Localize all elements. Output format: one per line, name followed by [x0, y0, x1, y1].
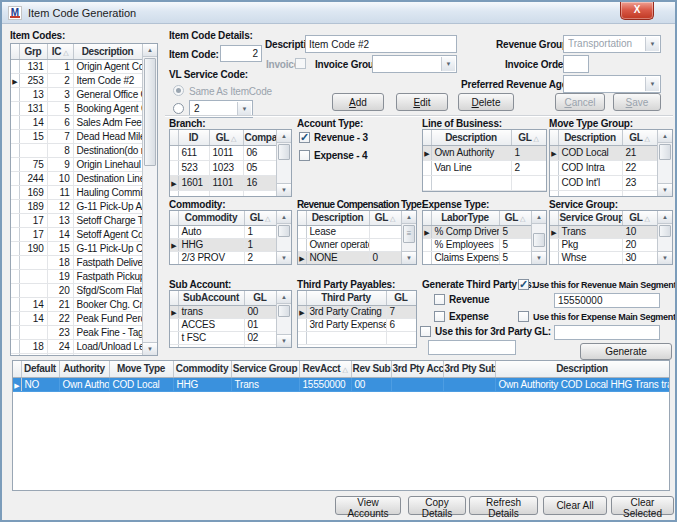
item-codes-grid[interactable]: GrpIC△Description1311Origin Agent Com▶25… [10, 43, 158, 356]
chevron-down-icon[interactable]: ▼ [237, 102, 251, 116]
scrollbar-thumb[interactable] [278, 144, 290, 160]
table-row[interactable]: Claims Expense5 [423, 251, 531, 264]
scroll-down-icon[interactable]: ▼ [658, 183, 672, 196]
column-header[interactable]: Grp [19, 44, 47, 59]
scroll-up-icon[interactable]: ▲ [277, 130, 291, 143]
column-header[interactable]: Description [495, 361, 669, 377]
edit-button[interactable]: Edit [396, 93, 448, 111]
table-row[interactable]: 133General Office Co [11, 87, 142, 101]
table-row[interactable]: 611101106 [170, 145, 276, 160]
column-header[interactable]: Third Party [306, 291, 386, 305]
column-header[interactable]: RevAcct△ [299, 361, 351, 377]
invoice-group-select[interactable]: ▼ [372, 55, 457, 73]
column-header[interactable]: Service Group [231, 361, 299, 377]
scroll-up-icon[interactable]: ▲ [143, 44, 157, 57]
commodity-grid[interactable]: CommodityGL△Auto1▶HHG12/3 PROV2 ▲ ▼ [169, 210, 292, 265]
expense-main-segment-field[interactable] [554, 325, 660, 340]
column-header[interactable]: Company [243, 130, 276, 145]
column-header[interactable]: GL△ [244, 211, 276, 225]
title-bar[interactable]: M Item Code Generation X [2, 2, 675, 24]
expense-main-segment-checkbox[interactable]: Use this for Expense Main Segment: [518, 311, 677, 322]
table-row[interactable]: ▶1601110116 [170, 175, 276, 190]
table-row[interactable] [550, 190, 657, 197]
sub-account-grid[interactable]: SubAccountGL▶trans00ACCES01t FSC02 ▲ ▼ [169, 290, 292, 348]
chevron-down-icon[interactable]: ▼ [645, 77, 659, 91]
preferred-agent-select[interactable]: ▼ [563, 75, 661, 93]
column-header[interactable]: ID [178, 130, 209, 145]
results-grid[interactable]: DefaultAuthorityMove TypeCommodityServic… [12, 360, 670, 491]
scroll-down-icon[interactable]: ▼ [532, 251, 546, 264]
table-row[interactable]: 157Dead Head Milea [11, 129, 142, 143]
move-type-group-grid[interactable]: DescriptionGL△▶COD Local21COD Intra22COD… [549, 129, 673, 197]
expense-type-grid[interactable]: LaborTypeGL△▶% Comp Driver5% Employees5C… [422, 210, 547, 265]
table-row[interactable] [170, 344, 276, 348]
scrollbar-thumb[interactable] [278, 225, 290, 237]
scroll-down-icon[interactable]: ▼ [143, 342, 157, 355]
table-row[interactable]: ▶% Comp Driver5 [423, 225, 531, 238]
table-row[interactable]: 19Fastpath Pickup I [11, 269, 142, 283]
add-button[interactable]: Add [332, 93, 384, 111]
table-row[interactable]: ▶trans00 [170, 305, 276, 318]
table-row[interactable]: 1824Load/Unload Lea [11, 339, 142, 353]
table-row[interactable]: % Employees5 [423, 238, 531, 251]
scrollbar[interactable]: ▲ ▼ [657, 130, 672, 196]
table-row[interactable]: ▶3rd Party Crating7 [298, 305, 416, 318]
table-row[interactable] [170, 190, 276, 197]
scroll-down-icon[interactable]: ▼ [658, 251, 672, 264]
table-row[interactable]: Van Line2 [423, 160, 546, 175]
scrollbar[interactable]: ▲ ▼ [657, 211, 672, 264]
column-header[interactable]: Description [558, 130, 622, 145]
column-header[interactable]: Authority [59, 361, 109, 377]
table-row[interactable]: 1425 [11, 353, 142, 356]
table-row[interactable]: 1315Booking Agent C [11, 101, 142, 115]
table-row[interactable]: ▶NOOwn AuthoriCOD LocalHHGTrans155500000… [13, 377, 669, 391]
column-header[interactable]: GL△ [622, 211, 657, 225]
scrollbar[interactable]: ▲ ▼ [276, 291, 291, 347]
scroll-down-icon[interactable]: ▼ [277, 251, 291, 264]
clear-selected-button[interactable]: Clear Selected [611, 496, 674, 515]
generate-button[interactable]: Generate [580, 343, 672, 360]
table-row[interactable]: ACCES01 [170, 318, 276, 331]
column-header[interactable]: Service Group [558, 211, 622, 225]
scroll-up-icon[interactable]: ▲ [277, 211, 291, 224]
column-header[interactable]: GL [244, 291, 276, 305]
scrollbar-thumb[interactable] [659, 225, 671, 237]
third-party-gl-checkbox[interactable]: Use this for 3rd Party GL: [420, 326, 551, 337]
scroll-up-icon[interactable]: ▲ [277, 291, 291, 304]
column-header[interactable]: Commodity [178, 211, 244, 225]
invoice-order-field[interactable] [563, 55, 589, 73]
table-row[interactable]: 24410Destination Lineh [11, 171, 142, 185]
table-row[interactable]: 759Origin Linehaul F [11, 157, 142, 171]
vl-code-radio[interactable] [173, 103, 184, 114]
table-row[interactable]: Auto1 [170, 225, 276, 238]
scroll-up-icon[interactable]: ▲ [402, 211, 416, 224]
table-row[interactable]: 19015G-11 Pick-Up Ch [11, 241, 142, 255]
third-party-grid[interactable]: Third PartyGL▶3rd Party Crating73rd Part… [297, 290, 417, 348]
table-row[interactable]: 2/3 PROV2 [170, 251, 276, 264]
table-row[interactable]: 1714Setoff Agent Com [11, 227, 142, 241]
table-row[interactable]: 146Sales Adm Fee [11, 115, 142, 129]
table-row[interactable]: 16911Hauling Commis [11, 185, 142, 199]
table-row[interactable] [298, 331, 416, 344]
generate-expense-checkbox[interactable]: Expense [434, 311, 489, 322]
table-row[interactable]: COD Int'l23 [550, 175, 657, 190]
table-row[interactable]: ▶Own Authority1 [423, 145, 546, 160]
scroll-up-icon[interactable]: ▲ [658, 130, 672, 143]
table-row[interactable]: Lease [298, 225, 401, 238]
refresh-details-button[interactable]: Refresh Details [469, 496, 538, 515]
column-header[interactable]: 3rd Pty Acct [391, 361, 443, 377]
table-row[interactable]: 1713Setoff Charge To [11, 213, 142, 227]
scrollbar[interactable]: ▲ ▼ [142, 44, 157, 355]
expense-4-checkbox[interactable]: Expense - 4 [299, 150, 367, 161]
table-row[interactable]: ▶Trans10 [550, 225, 657, 238]
revenue-3-checkbox[interactable]: Revenue - 3 [299, 132, 368, 143]
close-icon[interactable]: X [620, 2, 654, 20]
table-row[interactable]: 18Fastpath Delivery [11, 255, 142, 269]
description-field[interactable] [305, 35, 457, 53]
column-header[interactable]: GL△ [209, 130, 243, 145]
clear-all-button[interactable]: Clear All [543, 496, 607, 515]
column-header[interactable]: Rev Sub [351, 361, 391, 377]
scrollbar[interactable]: ▲ ▼ [276, 211, 291, 264]
column-header[interactable]: SubAccount [178, 291, 244, 305]
column-header[interactable]: Move Type [109, 361, 173, 377]
